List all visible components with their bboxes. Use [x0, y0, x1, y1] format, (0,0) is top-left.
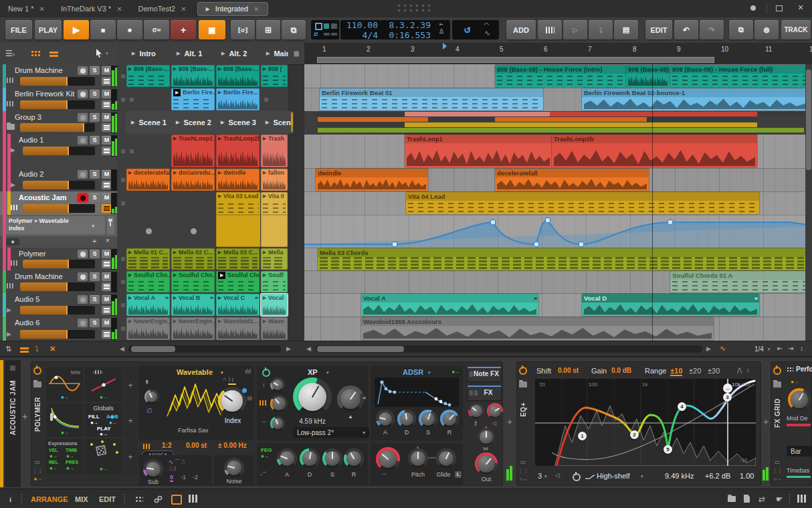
info-icon[interactable]: i	[9, 495, 11, 503]
modulation-icon[interactable]: ●→	[34, 476, 41, 482]
record-arm-button[interactable]	[78, 272, 88, 281]
clip-slot[interactable]: ▶Vocal B▾▾	[171, 293, 216, 317]
track-options-icon[interactable]	[102, 77, 112, 86]
mute-button[interactable]: M	[102, 250, 112, 258]
arranger-clip[interactable]: TrashLoop1	[405, 135, 552, 167]
scene-header-intro[interactable]: ▶Intro	[126, 43, 177, 65]
clip-slot[interactable]: ▶Vita 03 Lead	[215, 191, 261, 216]
arranger-clip[interactable]: Vocal D▾▾	[582, 294, 759, 316]
clip-launcher-toggle-icon[interactable]	[171, 495, 182, 505]
device-power-icon[interactable]	[773, 367, 781, 375]
hand-tool-icon[interactable]: ☛	[776, 495, 783, 504]
arranger-clip[interactable]: 808 (Bass-08)	[626, 65, 670, 87]
restore-window-icon[interactable]	[776, 5, 783, 11]
jump-to-icon[interactable]: ⤵	[589, 20, 613, 39]
add-lane-icon[interactable]: +	[92, 237, 96, 245]
arranger-clip[interactable]: Vocal A▾▾	[361, 294, 538, 316]
band-freq-value[interactable]: 9.49 kHz	[665, 472, 694, 480]
track-name[interactable]: Audio 2	[19, 170, 43, 178]
clip-slot[interactable]: ▶Mella 02 C...	[171, 248, 216, 271]
chevron-down-icon[interactable]: ▾	[544, 474, 547, 479]
close-icon[interactable]: ✕	[181, 5, 186, 13]
solo-button[interactable]: S	[90, 66, 100, 75]
loop-icon[interactable]: ↺	[464, 23, 471, 35]
close-icon[interactable]: ✕	[253, 5, 259, 13]
io-routing-icon[interactable]	[135, 496, 143, 503]
range-20[interactable]: ±20	[689, 367, 701, 375]
fxgrid-panel-title[interactable]: Perfo	[796, 365, 812, 373]
track-name[interactable]: Acoustic Jam	[19, 193, 67, 201]
play-button[interactable]: ▶	[64, 20, 89, 39]
band-type-select[interactable]: High-shelf	[597, 472, 630, 480]
expand-icon[interactable]: ↕	[746, 367, 750, 373]
resonance-knob[interactable]	[337, 386, 364, 412]
clip-slot[interactable]	[126, 134, 171, 169]
track-row-acoustic-jam[interactable]: Acoustic Jam S M	[0, 191, 117, 216]
fade-in-icon[interactable]: ⌒	[484, 20, 489, 29]
fill-label[interactable]: FILL	[88, 414, 100, 420]
clip-slot[interactable]	[260, 88, 289, 112]
track-list-menu-icon[interactable]: ☰▾	[5, 49, 15, 58]
clip-slot[interactable]	[126, 191, 171, 216]
mod-source-icon[interactable]: ●→	[61, 394, 68, 400]
automation-curve[interactable]	[304, 215, 812, 248]
device-preset-folder-icon[interactable]	[773, 382, 781, 388]
track-name[interactable]: Group 3	[15, 113, 41, 121]
mute-button[interactable]: M	[102, 272, 112, 281]
track-options-icon[interactable]	[102, 147, 112, 155]
band-select[interactable]: 3	[538, 472, 542, 480]
arranger-clip[interactable]: Wavoloid1955 Acccolours	[361, 317, 714, 340]
arranger-clip[interactable]: Vita 04 Lead	[406, 192, 759, 214]
track-row-audio-6[interactable]: Audio 6 S M ▶	[0, 317, 117, 341]
mod-source-icon[interactable]: ●→	[261, 453, 268, 459]
automation-slot[interactable]	[171, 215, 216, 248]
clip-slot[interactable]: ▶Vita 0	[260, 191, 289, 216]
file-icon[interactable]	[744, 495, 750, 503]
duplicate-icon[interactable]: ⧉	[729, 20, 753, 39]
sustain-knob[interactable]	[322, 448, 342, 469]
solo-button[interactable]: S	[90, 295, 100, 304]
volume-slider[interactable]	[20, 77, 95, 86]
fill-block-icon[interactable]	[324, 23, 329, 29]
swap-panels-icon[interactable]: ⇅	[5, 345, 11, 353]
grid-view-icon[interactable]	[31, 50, 40, 57]
modulator-globals[interactable]: Globals FILL A◆B ●→ ●→ PLAY ●→	[85, 404, 122, 437]
group-scene-slot[interactable]: ▶Scene 3	[215, 111, 266, 135]
folder-icon[interactable]	[7, 124, 15, 131]
scene-launch-column-icon[interactable]: ≣	[288, 43, 305, 65]
scroll-right-icon[interactable]: ▶	[706, 345, 711, 352]
vertical-zoom-icon[interactable]: ↕	[800, 345, 803, 352]
amp-decay-knob[interactable]	[397, 410, 416, 428]
modulation-icon[interactable]: ○→	[774, 476, 781, 482]
amp-sustain-knob[interactable]	[419, 410, 437, 428]
scroll-left-icon[interactable]: ◀	[306, 345, 311, 352]
record-arm-button[interactable]	[78, 250, 88, 258]
mute-button[interactable]: M	[102, 193, 112, 202]
mute-button[interactable]: M	[102, 295, 112, 304]
add-insert-icon[interactable]: ⊞	[256, 20, 280, 39]
automation-write-icon[interactable]: σw	[144, 20, 169, 39]
device-track-tab[interactable]: ACOUSTIC JAM	[5, 360, 21, 487]
view-mix-button[interactable]: MIX	[75, 495, 88, 503]
volume-slider[interactable]	[20, 306, 95, 315]
clip-slot[interactable]: ▶Mella 01 C...	[126, 248, 171, 271]
track-row-polymer[interactable]: Polymer S M	[0, 248, 117, 271]
clip-slot[interactable]: ▶fallon	[260, 168, 289, 192]
volume-slider[interactable]	[20, 100, 95, 109]
arranger-clip[interactable]: Mella 03 Chords	[318, 248, 806, 270]
vscroll-thumb[interactable]	[806, 70, 811, 170]
osc-type-select[interactable]: Wavetable	[177, 368, 213, 376]
playhead-marker-icon[interactable]	[443, 43, 447, 50]
clip-slot[interactable]: ▶808 (Bass-...	[215, 64, 261, 88]
mapping-grid-icon[interactable]: ⋮⋮	[772, 468, 783, 474]
automation-slot[interactable]	[215, 215, 261, 248]
clear-icon[interactable]: ✕	[49, 345, 56, 353]
shape-knob[interactable]	[144, 390, 159, 404]
track-row-audio-5[interactable]: Audio 5 S M ▶	[0, 293, 117, 317]
solo-button[interactable]: S	[90, 193, 100, 202]
sub-knob[interactable]	[143, 459, 163, 479]
osc-semitone-value[interactable]: 0.00 st	[186, 442, 207, 449]
eq-band-handle-3[interactable]: 3	[723, 393, 732, 402]
chevron-down-icon[interactable]: ▾	[221, 370, 223, 375]
device-power-icon[interactable]	[519, 367, 527, 375]
